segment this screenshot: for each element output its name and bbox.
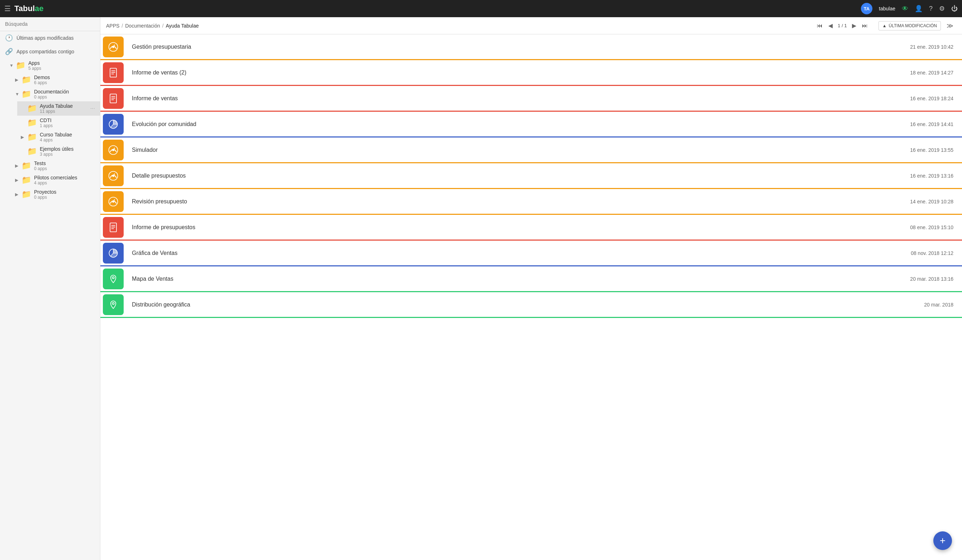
sidebar-item-shared[interactable]: 🔗 Apps compartidas contigo	[0, 45, 100, 58]
help-icon[interactable]: ?	[929, 5, 933, 13]
app-name: Gestión presupuestaria	[132, 44, 910, 50]
user-icon[interactable]: 👤	[915, 5, 923, 13]
tree-item-cdti[interactable]: ▶ 📁 CDTI 1 apps	[17, 116, 100, 130]
app-name: Gráfica de Ventas	[132, 250, 911, 256]
app-icon	[103, 88, 124, 109]
folder-name-curso: Curso Tabulae	[40, 132, 72, 137]
app-icon-wrap	[100, 266, 126, 292]
tree-item-curso-tabulae[interactable]: ▶ 📁 Curso Tabulae 4 apps	[17, 130, 100, 144]
prev-page-button[interactable]: ◀	[826, 21, 835, 31]
app-date: 14 ene. 2019 10:28	[910, 199, 953, 204]
breadcrumb-apps[interactable]: APPS	[106, 23, 119, 29]
svg-point-33	[112, 302, 114, 304]
last-page-button[interactable]: ⏭	[860, 21, 870, 31]
app-icon-wrap	[100, 214, 126, 240]
tree-item-pilotos[interactable]: ▶ 📁 Pilotos comerciales 4 apps	[11, 173, 100, 187]
tree-item-ejemplos-utiles[interactable]: ▶ 📁 Ejemplos útiles 3 apps	[17, 144, 100, 159]
folder-count-demos: 6 apps	[34, 80, 50, 85]
folder-count-apps: 5 apps	[28, 66, 41, 71]
app-icon-wrap	[100, 85, 126, 111]
hamburger-icon[interactable]: ☰	[4, 4, 11, 13]
app-date: 20 mar. 2018 13:16	[910, 276, 953, 282]
more-options-icon[interactable]: ···	[90, 105, 95, 112]
app-date: 18 ene. 2019 14:27	[910, 70, 953, 76]
app-icon-wrap	[100, 163, 126, 189]
folder-name-ayuda: Ayuda Tabulae	[40, 103, 73, 109]
app-date: 08 ene. 2019 15:10	[910, 225, 953, 230]
tree-item-apps[interactable]: ▼ 📁 Apps 5 apps	[6, 58, 100, 73]
settings-icon[interactable]: ⚙	[939, 5, 945, 13]
tree-item-tests[interactable]: ▶ 📁 Tests 0 apps	[11, 159, 100, 173]
pagination: ⏮ ◀ 1 / 1 ▶ ⏭	[815, 21, 870, 31]
folder-icon: 📁	[21, 75, 31, 85]
app-icon	[103, 217, 124, 238]
shared-label: Apps compartidas contigo	[16, 49, 74, 55]
folder-count-proyectos: 0 apps	[34, 195, 56, 200]
app-icon-wrap	[100, 189, 126, 214]
app-row[interactable]: Mapa de Ventas20 mar. 2018 13:16	[100, 266, 962, 292]
share-icon: 🔗	[5, 48, 13, 55]
folder-name-tests: Tests	[34, 161, 47, 166]
chevron-right-icon: ▶	[15, 77, 20, 82]
app-row[interactable]: Informe de presupuestos08 ene. 2019 15:1…	[100, 215, 962, 241]
username: tabulae	[879, 6, 895, 11]
search-container	[0, 17, 100, 31]
app-row[interactable]: Revisión presupuesto14 ene. 2019 10:28	[100, 189, 962, 215]
app-name: Evolución por comunidad	[132, 121, 910, 127]
app-name: Informe de presupuestos	[132, 224, 910, 230]
folder-icon: 📁	[27, 132, 37, 142]
app-icon	[103, 140, 124, 161]
app-row[interactable]: Evolución por comunidad16 ene. 2019 14:4…	[100, 112, 962, 137]
tree-item-ayuda-tabulae[interactable]: ▶ 📁 Ayuda Tabulae 11 apps ···	[17, 101, 100, 116]
avatar: TA	[861, 3, 872, 14]
search-input[interactable]	[5, 21, 95, 27]
svg-point-2	[113, 46, 114, 48]
breadcrumb-bar: APPS / Documentación / Ayuda Tabulae ⏮ ◀…	[100, 17, 962, 34]
breadcrumb-sep-1: /	[121, 23, 123, 29]
logo: Tabulae	[15, 4, 44, 13]
app-name: Informe de ventas	[132, 95, 910, 102]
clock-icon: 🕐	[5, 34, 13, 42]
app-row[interactable]: Simulador16 ene. 2019 13:55	[100, 137, 962, 163]
tree-item-demos[interactable]: ▶ 📁 Demos 6 apps	[11, 73, 100, 87]
eye-icon[interactable]: 👁	[902, 5, 908, 13]
folder-count-tests: 0 apps	[34, 166, 47, 171]
folder-icon: 📁	[21, 175, 31, 185]
sort-button[interactable]: ▲ ÚLTIMA MODIFICACIÓN	[878, 21, 941, 31]
power-icon[interactable]: ⏻	[951, 5, 958, 13]
app-row[interactable]: Informe de ventas (2)18 ene. 2019 14:27	[100, 60, 962, 86]
first-page-button[interactable]: ⏮	[815, 21, 825, 31]
folder-name-documentacion: Documentación	[34, 89, 69, 95]
app-icon	[103, 191, 124, 212]
svg-point-23	[113, 201, 114, 202]
app-row[interactable]: Detalle presupuestos16 ene. 2019 13:16	[100, 163, 962, 189]
app-row[interactable]: Distribución geográfica20 mar. 2018	[100, 292, 962, 318]
documentacion-children: ▶ 📁 Ayuda Tabulae 11 apps ··· ▶ 📁 C	[11, 101, 100, 159]
app-row[interactable]: Gráfica de Ventas08 nov. 2018 12:12	[100, 241, 962, 266]
app-row[interactable]: Informe de ventas16 ene. 2019 18:24	[100, 86, 962, 112]
content-area: APPS / Documentación / Ayuda Tabulae ⏮ ◀…	[100, 17, 962, 560]
chevron-down-icon: ▼	[15, 92, 20, 97]
folder-icon: 📁	[27, 104, 37, 113]
app-row[interactable]: Gestión presupuestaria21 ene. 2019 10:42	[100, 34, 962, 60]
add-fab-button[interactable]: +	[933, 531, 952, 550]
chevron-down-icon: ▼	[9, 63, 15, 68]
collapse-sidebar-icon[interactable]: ≫	[944, 21, 956, 31]
tree-item-documentacion[interactable]: ▼ 📁 Documentación 0 apps	[11, 87, 100, 101]
sidebar-item-recent[interactable]: 🕐 Últimas apps modificadas	[0, 31, 100, 45]
next-page-button[interactable]: ▶	[850, 21, 859, 31]
app-list: Gestión presupuestaria21 ene. 2019 10:42…	[100, 34, 962, 560]
app-name: Revisión presupuesto	[132, 198, 910, 205]
svg-point-32	[112, 277, 114, 278]
tree-item-proyectos[interactable]: ▶ 📁 Proyectos 0 apps	[11, 187, 100, 201]
app-name: Mapa de Ventas	[132, 276, 910, 282]
breadcrumb-documentacion[interactable]: Documentación	[125, 23, 160, 29]
chevron-right-icon: ▶	[15, 192, 20, 197]
chevron-right-icon: ▶	[21, 135, 26, 140]
folder-icon: 📁	[21, 90, 31, 99]
folder-count-cdti: 1 apps	[40, 123, 53, 128]
logo-accent: ae	[35, 4, 44, 13]
app-icon-wrap	[100, 60, 126, 85]
breadcrumb: APPS / Documentación / Ayuda Tabulae	[106, 23, 809, 29]
folder-icon: 📁	[27, 118, 37, 127]
